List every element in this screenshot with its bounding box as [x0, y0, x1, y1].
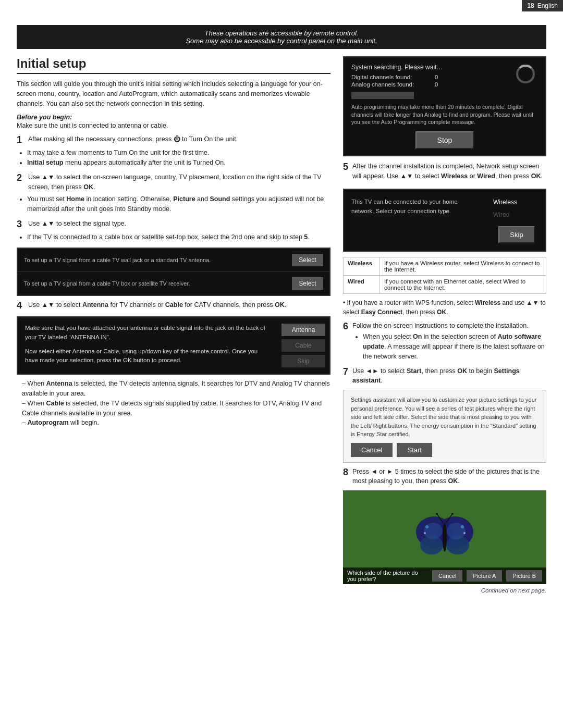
analog-label: Analog channels found:: [351, 81, 435, 88]
step-6: 6 Follow the on-screen instructions to c…: [343, 321, 546, 363]
stop-button[interactable]: Stop: [415, 131, 474, 149]
dash-item-autoprogram: Autoprogram will begin.: [22, 418, 331, 428]
header-bar: 18 English: [522, 0, 563, 11]
step-3-text: Use ▲▼ to select the signal type.: [28, 219, 126, 229]
svg-point-9: [463, 532, 466, 534]
remote-notice-line1: These operations are accessible by remot…: [25, 29, 538, 37]
step-5: 5 After the channel installation is comp…: [343, 162, 546, 186]
svg-point-10: [443, 523, 447, 552]
step-8-text: Press ◄ or ► 5 times to select the side …: [352, 467, 546, 487]
scan-desc: Auto programming may take more than 20 m…: [351, 103, 538, 126]
before-begin-text: Make sure the unit is connected to anten…: [17, 122, 331, 129]
scan-screen-title: System searching. Please wait…: [351, 64, 538, 71]
scan-screen: System searching. Please wait… Digital c…: [343, 56, 546, 156]
network-screen-right: Wireless Wired Skip: [488, 190, 545, 251]
antenna-cable-screen: Make sure that you have attached your an…: [17, 316, 331, 375]
step-2-bullet-1: You must set Home in location setting. O…: [27, 194, 331, 214]
step-6-bullets: When you select On in the selection scre…: [363, 332, 546, 361]
signal-select-1-button[interactable]: Select: [292, 254, 323, 266]
svg-point-7: [461, 525, 464, 528]
step-1: 1 After making all the necessary connect…: [17, 134, 331, 167]
network-screen-left: This TV can be connected to your home ne…: [344, 190, 488, 251]
table-row-wired: Wired If you connect with an Ethernet ca…: [344, 275, 546, 293]
cable-button[interactable]: Cable: [282, 339, 325, 352]
dash-item-2: When Cable is selected, the TV detects s…: [22, 399, 331, 418]
step-3: 3 Use ▲▼ to select the signal type. If t…: [17, 219, 331, 242]
butterfly-icon: [413, 511, 476, 563]
dash-item-1: When Antenna is selected, the TV detects…: [22, 379, 331, 399]
table-row-wireless: Wireless If you have a Wireless router, …: [344, 257, 546, 275]
butterfly-image: Which side of the picture do you prefer?…: [343, 490, 546, 584]
remote-notice-line2: Some may also be accessible by control p…: [25, 37, 538, 45]
page-title: Initial setup: [17, 56, 331, 74]
step-1-bullet-1: It may take a few moments to Turn On the…: [27, 148, 331, 158]
step-1-bullet-2: Initial setup menu appears automatically…: [27, 158, 331, 168]
before-begin-label: Before you begin:: [17, 114, 331, 121]
svg-point-14: [451, 513, 454, 515]
wps-note: • If you have a router with WPS function…: [343, 298, 546, 317]
step-7-num: 7: [343, 366, 348, 377]
signal-type-screen: To set up a TV signal from a cable TV wa…: [17, 248, 331, 296]
page-number: 18: [527, 2, 534, 9]
picture-a-button[interactable]: Picture A: [467, 570, 502, 582]
step-1-bullets: It may take a few moments to Turn On the…: [27, 148, 331, 168]
skip-button[interactable]: Skip: [282, 355, 325, 367]
step-5-text: After the channel installation is comple…: [352, 162, 546, 181]
loading-circle: [516, 65, 535, 83]
antenna-cable-text2: Now select either Antenna or Cable, usin…: [25, 347, 270, 365]
signal-row2-text: To set up a TV signal from a cable TV bo…: [24, 280, 288, 287]
step-3-bullets: If the TV is connected to a cable box or…: [27, 232, 331, 242]
step-1-num: 1: [17, 134, 25, 146]
step-4: 4 Use ▲▼ to select Antenna for TV channe…: [17, 300, 331, 312]
svg-point-5: [447, 523, 466, 539]
wired-label: Wired: [344, 275, 380, 293]
step-2-text: Use ▲▼ to select the on-screen language,…: [28, 172, 331, 192]
which-side-text: Which side of the picture do you prefer?: [347, 570, 428, 582]
step-6-text: Follow the on-screen instructions to com…: [352, 322, 529, 329]
wired-option[interactable]: Wired: [493, 209, 540, 220]
step-6-bullet-1: When you select On in the selection scre…: [363, 332, 546, 361]
digital-val: 0: [435, 74, 438, 80]
antenna-cable-text1: Make sure that you have attached your an…: [25, 324, 270, 342]
antenna-cable-options: Antenna Cable Skip: [277, 317, 329, 374]
step-1-text: After making all the necessary connectio…: [28, 134, 238, 144]
settings-start-button[interactable]: Start: [397, 443, 432, 457]
dash-list: When Antenna is selected, the TV detects…: [22, 379, 331, 428]
svg-point-6: [425, 525, 429, 528]
wireless-option[interactable]: Wireless: [493, 197, 540, 207]
remote-notice: These operations are accessible by remot…: [17, 25, 546, 49]
settings-btn-row: Cancel Start: [351, 443, 538, 457]
signal-select-2-button[interactable]: Select: [292, 277, 323, 290]
progress-bar: [351, 92, 414, 99]
ww-table: Wireless If you have a Wireless router, …: [343, 257, 546, 294]
network-screen: This TV can be connected to your home ne…: [343, 189, 546, 252]
continued-text: Continued on next page.: [343, 587, 546, 594]
wireless-label: Wireless: [344, 257, 380, 275]
signal-row1-text: To set up a TV signal from a cable TV wa…: [24, 257, 288, 263]
svg-point-13: [436, 513, 438, 515]
picture-cancel-button[interactable]: Cancel: [432, 570, 462, 582]
settings-cancel-button[interactable]: Cancel: [351, 443, 393, 457]
picture-b-button[interactable]: Picture B: [506, 570, 542, 582]
wireless-desc: If you have a Wireless router, select Wi…: [380, 257, 546, 275]
intro-text: This section will guide you through the …: [17, 79, 331, 108]
step-3-bullet-1: If the TV is connected to a cable box or…: [27, 232, 331, 242]
network-skip-button[interactable]: Skip: [498, 226, 534, 243]
digital-label: Digital channels found:: [351, 74, 435, 80]
step-2-num: 2: [17, 172, 25, 184]
step-7: 7 Use ◄► to select Start, then press OK …: [343, 366, 546, 386]
step-3-num: 3: [17, 219, 25, 230]
step-4-text: Use ▲▼ to select Antenna for TV channels…: [28, 300, 286, 310]
antenna-button[interactable]: Antenna: [282, 324, 325, 336]
step-8-num: 8: [343, 467, 348, 478]
step-5-num: 5: [343, 162, 348, 172]
right-column: System searching. Please wait… Digital c…: [343, 56, 546, 594]
left-column: Initial setup This section will guide yo…: [17, 56, 331, 594]
language-label: English: [537, 2, 558, 9]
antenna-cable-left: Make sure that you have attached your an…: [18, 317, 277, 374]
step-7-text: Use ◄► to select Start, then press OK to…: [352, 366, 546, 386]
analog-val: 0: [435, 81, 438, 88]
settings-screen-desc: Settings assistant will allow you to cus…: [351, 397, 536, 437]
svg-point-4: [424, 523, 443, 539]
step-2-bullets: You must set Home in location setting. O…: [27, 194, 331, 214]
